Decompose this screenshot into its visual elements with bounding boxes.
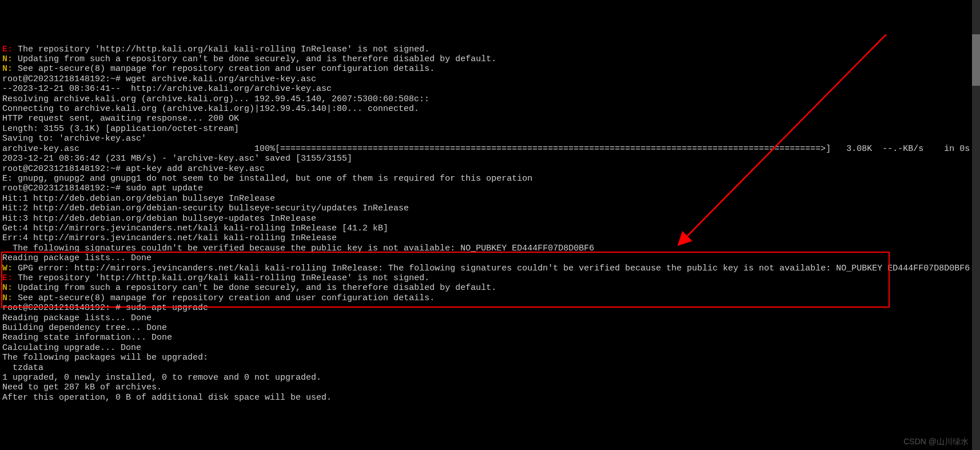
warn-prefix: N: <box>2 54 13 64</box>
terminal-text: Reading package lists... Done <box>2 313 152 323</box>
terminal-text: tzdata <box>2 363 43 373</box>
terminal-text: Building dependency tree... Done <box>2 323 167 333</box>
terminal-line: N: Updating from such a repository can't… <box>2 54 978 64</box>
terminal-text: Calculating upgrade... Done <box>2 343 141 353</box>
terminal-area[interactable]: E: The repository 'http://http.kali.org/… <box>0 40 980 405</box>
terminal-line: N: See apt-secure(8) manpage for reposit… <box>2 293 978 303</box>
terminal-line: Building dependency tree... Done <box>2 323 978 333</box>
terminal-text: GPG error: http://mirrors.jevincanders.n… <box>13 264 970 273</box>
terminal-text: Need to get 287 kB of archives. <box>2 383 162 392</box>
terminal-line: Length: 3155 (3.1K) [application/octet-s… <box>2 124 978 134</box>
terminal-line: The following signatures couldn't be ver… <box>2 244 978 253</box>
terminal-line: Reading package lists... Done <box>2 313 978 323</box>
terminal-line: E: The repository 'http://http.kali.org/… <box>2 45 978 54</box>
watermark: CSDN @山川绿水 <box>903 437 969 447</box>
terminal-text: Err:4 http://mirrors.jevincanders.net/ka… <box>2 233 337 243</box>
scrollbar-track[interactable] <box>972 0 980 450</box>
terminal-text: root@C20231218148192:~# sudo apt upgrade <box>2 303 208 313</box>
terminal-line: root@C20231218148192:~# sudo apt upgrade <box>2 303 978 313</box>
terminal-line: 1 upgraded, 0 newly installed, 0 to remo… <box>2 373 978 383</box>
error-prefix: E: <box>2 273 13 283</box>
terminal-text: Updating from such a repository can't be… <box>13 283 496 293</box>
scrollbar-thumb[interactable] <box>972 34 980 86</box>
terminal-text: The following packages will be upgraded: <box>2 353 208 363</box>
terminal-text: The repository 'http://http.kali.org/kal… <box>13 273 429 283</box>
terminal-line: E: The repository 'http://http.kali.org/… <box>2 273 978 283</box>
terminal-line: --2023-12-21 08:36:41-- http://archive.k… <box>2 84 978 94</box>
terminal-line: Err:4 http://mirrors.jevincanders.net/ka… <box>2 233 978 243</box>
terminal-text: 1 upgraded, 0 newly installed, 0 to remo… <box>2 373 321 383</box>
terminal-text: Hit:3 http://deb.debian.org/debian bulls… <box>2 214 316 224</box>
terminal-text: archive-key.asc 100%[===================… <box>2 144 970 154</box>
terminal-line: Get:4 http://mirrors.jevincanders.net/ka… <box>2 224 978 233</box>
terminal-line: root@C20231218148192:~# wget archive.kal… <box>2 74 978 84</box>
terminal-text: Hit:2 http://deb.debian.org/debian-secur… <box>2 204 409 213</box>
terminal-line: root@C20231218148192:~# apt-key add arch… <box>2 164 978 174</box>
terminal-text: The following signatures couldn't be ver… <box>2 244 594 253</box>
terminal-line: 2023-12-21 08:36:42 (231 MB/s) - 'archiv… <box>2 154 978 164</box>
terminal-text: Updating from such a repository can't be… <box>13 54 496 64</box>
terminal-text: root@C20231218148192:~# wget archive.kal… <box>2 74 316 84</box>
terminal-text: Saving to: 'archive-key.asc' <box>2 134 146 144</box>
terminal-text: E: gnupg, gnupg2 and gnupg1 do not seem … <box>2 174 532 184</box>
terminal-line: Hit:1 http://deb.debian.org/debian bulls… <box>2 194 978 204</box>
terminal-text: See apt-secure(8) manpage for repository… <box>13 64 435 74</box>
terminal-line: Reading state information... Done <box>2 333 978 343</box>
terminal-line: Hit:2 http://deb.debian.org/debian-secur… <box>2 204 978 213</box>
terminal-line: Hit:3 http://deb.debian.org/debian bulls… <box>2 214 978 224</box>
terminal-text: 2023-12-21 08:36:42 (231 MB/s) - 'archiv… <box>2 154 352 164</box>
terminal-line: W: GPG error: http://mirrors.jevincander… <box>2 264 978 273</box>
terminal-line: E: gnupg, gnupg2 and gnupg1 do not seem … <box>2 174 978 184</box>
terminal-text: Reading package lists... Done <box>2 253 152 263</box>
terminal-text: --2023-12-21 08:36:41-- http://archive.k… <box>2 84 332 94</box>
terminal-text: Reading state information... Done <box>2 333 172 343</box>
terminal-text: HTTP request sent, awaiting response... … <box>2 114 239 124</box>
terminal-text: Hit:1 http://deb.debian.org/debian bulls… <box>2 194 275 204</box>
warn-prefix: N: <box>2 293 13 303</box>
terminal-text: root@C20231218148192:~# apt-key add arch… <box>2 164 265 174</box>
error-prefix: E: <box>2 45 13 54</box>
terminal-line: Calculating upgrade... Done <box>2 343 978 353</box>
terminal-line: Connecting to archive.kali.org (archive.… <box>2 104 978 114</box>
terminal-text: See apt-secure(8) manpage for repository… <box>13 293 435 303</box>
terminal-line: root@C20231218148192:~# sudo apt update <box>2 184 978 193</box>
terminal-text: The repository 'http://http.kali.org/kal… <box>13 45 429 54</box>
terminal-line: archive-key.asc 100%[===================… <box>2 144 978 154</box>
terminal-line: Reading package lists... Done <box>2 253 978 263</box>
warn-prefix: W: <box>2 264 13 273</box>
terminal-line: N: Updating from such a repository can't… <box>2 283 978 293</box>
terminal-text: After this operation, 0 B of additional … <box>2 393 332 403</box>
terminal-line: HTTP request sent, awaiting response... … <box>2 114 978 124</box>
terminal-line: N: See apt-secure(8) manpage for reposit… <box>2 64 978 74</box>
terminal-text: Get:4 http://mirrors.jevincanders.net/ka… <box>2 224 388 233</box>
terminal-text: Length: 3155 (3.1K) [application/octet-s… <box>2 124 239 134</box>
terminal-line: Need to get 287 kB of archives. <box>2 383 978 392</box>
terminal-text: Connecting to archive.kali.org (archive.… <box>2 104 419 114</box>
terminal-text: Resolving archive.kali.org (archive.kali… <box>2 94 429 104</box>
terminal-line: Saving to: 'archive-key.asc' <box>2 134 978 144</box>
terminal-text: root@C20231218148192:~# sudo apt update <box>2 184 203 193</box>
terminal-line: Resolving archive.kali.org (archive.kali… <box>2 94 978 104</box>
warn-prefix: N: <box>2 283 13 293</box>
terminal-line: The following packages will be upgraded: <box>2 353 978 363</box>
terminal-line: tzdata <box>2 363 978 373</box>
terminal-line: After this operation, 0 B of additional … <box>2 393 978 403</box>
warn-prefix: N: <box>2 64 13 74</box>
